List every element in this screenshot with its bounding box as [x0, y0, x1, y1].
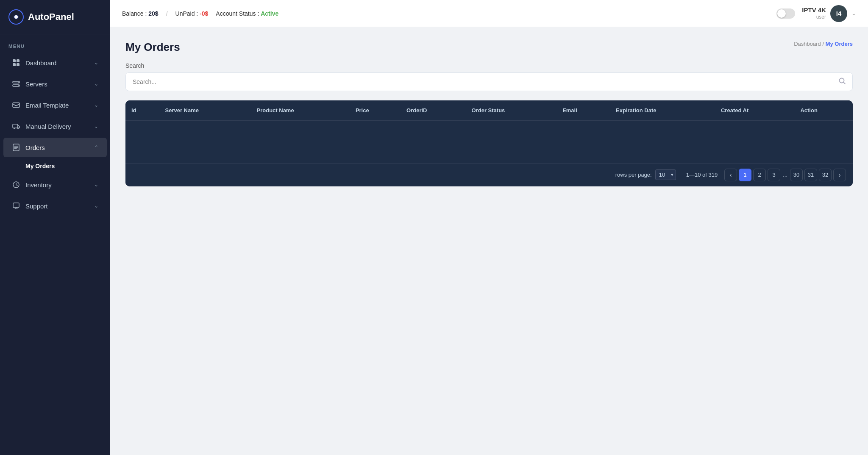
page-btn-2[interactable]: 2 — [753, 169, 766, 181]
rows-per-page-select[interactable]: 5 10 25 50 — [655, 169, 676, 180]
separator: / — [166, 10, 168, 17]
svg-point-12 — [14, 128, 15, 129]
sidebar-item-email-template[interactable]: Email Template ⌄ — [3, 95, 107, 115]
orders-icon — [12, 143, 20, 152]
sidebar-item-manual-delivery[interactable]: Manual Delivery ⌄ — [3, 117, 107, 136]
sidebar-label-dashboard: Dashboard — [25, 59, 56, 67]
account-status-label: Account Status : Active — [216, 10, 278, 17]
chevron-down-icon-7: ⌄ — [94, 203, 98, 209]
sidebar: AutoPanel MENU Dashboard ⌄ Servers ⌄ Ema… — [0, 0, 110, 455]
page-btn-3[interactable]: 3 — [768, 169, 780, 181]
dashboard-icon — [12, 58, 20, 67]
page-header: My Orders Dashboard / My Orders — [125, 41, 853, 54]
theme-toggle[interactable] — [776, 8, 795, 19]
sidebar-item-inventory[interactable]: Inventory ⌄ — [3, 175, 107, 194]
page-btn-31[interactable]: 31 — [804, 169, 817, 181]
rows-per-page: rows per page: 5 10 25 50 — [615, 169, 676, 180]
orders-table: Id Server Name Product Name Price OrderI… — [125, 100, 853, 163]
svg-rect-5 — [17, 63, 19, 66]
next-page-button[interactable]: › — [833, 169, 846, 181]
col-id: Id — [125, 100, 159, 121]
page-btn-1[interactable]: 1 — [739, 169, 751, 181]
user-info: IPTV 4K user I4 ⌄ — [802, 5, 856, 22]
email-icon — [12, 101, 20, 109]
user-role: user — [802, 14, 826, 20]
sidebar-item-servers[interactable]: Servers ⌄ — [3, 74, 107, 94]
svg-rect-4 — [13, 63, 16, 66]
col-expiration-date: Expiration Date — [610, 100, 715, 121]
user-name-label: IPTV 4K user — [802, 6, 826, 20]
col-created-at: Created At — [715, 100, 794, 121]
col-order-id: OrderID — [401, 100, 466, 121]
svg-point-17 — [840, 78, 844, 83]
sidebar-item-support[interactable]: Support ⌄ — [3, 196, 107, 216]
page-nav: ‹ 1 2 3 ... 30 31 32 › — [724, 169, 846, 181]
search-icon — [838, 77, 846, 86]
header-right: IPTV 4K user I4 ⌄ — [776, 5, 856, 22]
avatar[interactable]: I4 — [830, 5, 847, 22]
breadcrumb-current: My Orders — [826, 41, 853, 47]
svg-rect-16 — [13, 203, 19, 208]
my-orders-label: My Orders — [25, 163, 55, 169]
col-product-name: Product Name — [251, 100, 350, 121]
search-wrap — [125, 72, 853, 91]
user-menu-chevron[interactable]: ⌄ — [851, 10, 856, 17]
content-area: My Orders Dashboard / My Orders Search — [110, 27, 868, 455]
toggle-wrap[interactable] — [776, 8, 795, 19]
table-container: Id Server Name Product Name Price OrderI… — [125, 100, 853, 186]
table-body — [125, 121, 853, 163]
page-btn-30[interactable]: 30 — [790, 169, 803, 181]
status-active-value: Active — [261, 10, 278, 17]
pagination-bar: rows per page: 5 10 25 50 1—10 of 319 ‹ … — [125, 163, 853, 186]
main-content: Balance : 20$ / UnPaid : -0$ Account Sta… — [110, 0, 868, 455]
search-input[interactable] — [125, 72, 853, 91]
chevron-up-icon: ⌃ — [94, 144, 98, 150]
col-action: Action — [794, 100, 853, 121]
unpaid-value: -0$ — [200, 10, 208, 17]
svg-point-13 — [17, 128, 19, 129]
delivery-icon — [12, 122, 20, 130]
chevron-down-icon-2: ⌄ — [94, 81, 98, 87]
logo-icon — [8, 9, 24, 25]
inventory-icon — [12, 180, 20, 189]
svg-rect-3 — [17, 59, 19, 62]
svg-point-8 — [18, 82, 19, 83]
support-icon — [12, 202, 20, 210]
servers-icon — [12, 80, 20, 88]
breadcrumb-parent: Dashboard — [794, 41, 821, 47]
sidebar-label-orders: Orders — [25, 144, 45, 151]
svg-rect-10 — [13, 103, 19, 108]
sidebar-label-inventory: Inventory — [25, 181, 52, 189]
page-btn-32[interactable]: 32 — [819, 169, 832, 181]
range-text: 1—10 of 319 — [686, 172, 718, 178]
table-header: Id Server Name Product Name Price OrderI… — [125, 100, 853, 121]
balance-label: Balance : 20$ — [122, 10, 159, 17]
prev-page-button[interactable]: ‹ — [724, 169, 737, 181]
app-name: AutoPanel — [28, 11, 74, 22]
svg-point-1 — [14, 15, 18, 19]
chevron-down-icon-4: ⌄ — [94, 123, 98, 129]
sidebar-label-manual-delivery: Manual Delivery — [25, 123, 71, 130]
sidebar-item-dashboard[interactable]: Dashboard ⌄ — [3, 53, 107, 72]
unpaid-label: UnPaid : -0$ — [175, 10, 209, 17]
chevron-down-icon: ⌄ — [94, 60, 98, 66]
sidebar-label-support: Support — [25, 203, 48, 210]
table-empty-row — [125, 121, 853, 163]
balance-value: 20$ — [148, 10, 158, 17]
page-dots: ... — [782, 172, 788, 178]
svg-rect-11 — [13, 124, 18, 128]
rows-per-page-label: rows per page: — [615, 172, 652, 178]
col-server-name: Server Name — [159, 100, 251, 121]
col-price: Price — [350, 100, 401, 121]
sidebar-item-orders[interactable]: Orders ⌃ — [3, 138, 107, 157]
sidebar-subitem-my-orders[interactable]: My Orders — [3, 158, 107, 174]
chevron-down-icon-3: ⌄ — [94, 102, 98, 108]
svg-point-9 — [18, 85, 19, 86]
header-left: Balance : 20$ / UnPaid : -0$ Account Sta… — [122, 10, 278, 17]
page-title: My Orders — [125, 41, 180, 54]
sidebar-label-email-template: Email Template — [25, 102, 69, 109]
sidebar-logo[interactable]: AutoPanel — [0, 0, 110, 34]
menu-label: MENU — [0, 34, 110, 52]
breadcrumb: Dashboard / My Orders — [794, 41, 853, 47]
toggle-knob — [777, 9, 786, 18]
